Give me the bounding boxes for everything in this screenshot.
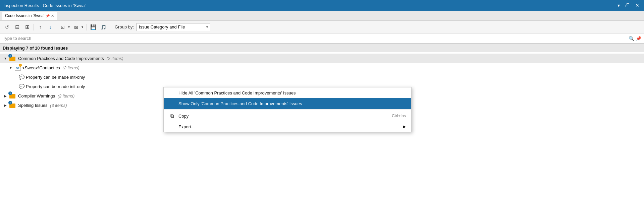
contact-cs-count: (2 items) [61, 65, 79, 70]
copy-icon: ⧉ [169, 113, 175, 119]
minimize-button[interactable]: ▾ [616, 2, 621, 9]
up-button[interactable]: ↑ [36, 23, 45, 31]
badge-number-compiler: i [8, 91, 12, 95]
main-content: Displaying 7 of 10 found issues ▼ i Comm… [0, 44, 644, 201]
issue-2-label: Property can be made init-only [26, 84, 85, 89]
save-button[interactable]: 💾 [89, 23, 98, 31]
comment-icon-2: 💬 [19, 84, 24, 89]
separator-3 [87, 24, 87, 30]
separator-2 [57, 24, 57, 30]
title-bar: Inspection Results - Code Issues in 'Swe… [0, 0, 644, 11]
expand-icon-common[interactable]: ▼ [3, 56, 8, 61]
search-input[interactable] [3, 36, 627, 41]
comment-icon-1: 💬 [19, 74, 24, 80]
export-label: Export... [178, 124, 195, 129]
context-menu-hide-all[interactable]: Hide All 'Common Practices and Code Impr… [164, 87, 411, 98]
settings-button[interactable]: 🎵 [99, 23, 108, 31]
export-group: ⊡ ▾ [59, 23, 71, 31]
copy-shortcut: Ctrl+Ins [392, 114, 406, 118]
badge-number: i [8, 54, 12, 58]
external-button[interactable]: ⊠ [72, 23, 80, 31]
tab-bar: Code Issues in 'Swea' 📌 ✕ [0, 11, 644, 21]
tab-pin-icon[interactable]: 📌 [46, 14, 50, 18]
expand-icon-spelling[interactable]: ▶ [3, 103, 8, 108]
tab-label: Code Issues in 'Swea' [5, 13, 44, 18]
tree-item-issue-1[interactable]: 💬 Property can be made init-only [0, 72, 644, 82]
compiler-warnings-count: (2 items) [56, 93, 74, 98]
folder-warning-icon: i [9, 55, 17, 62]
show-only-label: Show Only 'Common Practices and Code Imp… [178, 101, 302, 106]
cs-file-icon: C# ! [15, 65, 21, 71]
status-bar: Displaying 7 of 10 found issues [0, 44, 644, 52]
tree-item-contact-cs[interactable]: ▼ C# ! <Swea>\Contact.cs (2 items) [0, 63, 644, 72]
close-button[interactable]: ✕ [634, 2, 641, 9]
folder-warning-icon-spelling: i [9, 102, 17, 109]
contact-cs-label: <Swea>\Contact.cs [22, 65, 60, 70]
window-title: Inspection Results - Code Issues in 'Swe… [3, 3, 86, 8]
export-button[interactable]: ⊡ [59, 23, 66, 31]
window-controls: ▾ 🗗 ✕ [616, 2, 641, 9]
group-by-arrow: ▾ [206, 25, 208, 29]
common-practices-count: (2 items) [105, 56, 123, 61]
external-dropdown-button[interactable]: ▾ [80, 23, 85, 31]
inspection-results-window: Inspection Results - Code Issues in 'Swe… [0, 0, 644, 201]
group-by-label: Group by: [115, 24, 134, 29]
common-practices-label: Common Practices and Code Improvements [18, 56, 104, 61]
status-text: Displaying 7 of 10 found issues [3, 46, 68, 51]
group-by-dropdown[interactable]: Issue Category and File ▾ [137, 23, 210, 31]
export-submenu-arrow: ▶ [403, 124, 406, 129]
spelling-issues-label: Spelling Issues [18, 103, 47, 108]
collapse-all-button[interactable]: ⊟ [13, 23, 21, 31]
hide-all-label: Hide All 'Common Practices and Code Impr… [178, 90, 296, 95]
copy-label: Copy [178, 114, 189, 119]
expand-icon-contact[interactable]: ▼ [8, 65, 13, 70]
search-bar: 🔍 📌 [0, 34, 644, 44]
separator-1 [34, 24, 34, 30]
expand-all-button[interactable]: ⊞ [23, 23, 32, 31]
badge-number-spelling: i [8, 101, 12, 105]
external-group: ⊠ ▾ [72, 23, 85, 31]
down-button[interactable]: ↓ [46, 23, 55, 31]
separator-4 [110, 24, 110, 30]
pin-icon[interactable]: 📌 [636, 36, 641, 41]
tab-code-issues[interactable]: Code Issues in 'Swea' 📌 ✕ [2, 12, 57, 20]
compiler-warnings-label: Compiler Warnings [18, 93, 55, 98]
export-dropdown-button[interactable]: ▾ [66, 23, 71, 31]
context-menu-show-only[interactable]: Show Only 'Common Practices and Code Imp… [164, 98, 411, 109]
spelling-issues-count: (3 items) [49, 103, 67, 108]
search-icons: 🔍 📌 [629, 36, 641, 41]
issue-1-label: Property can be made init-only [26, 75, 85, 80]
expand-icon-compiler[interactable]: ▶ [3, 93, 8, 98]
restore-button[interactable]: 🗗 [624, 2, 631, 9]
search-icon[interactable]: 🔍 [629, 36, 634, 41]
group-by-value: Issue Category and File [139, 24, 204, 29]
refresh-button[interactable]: ↺ [3, 23, 11, 31]
context-menu: Hide All 'Common Practices and Code Impr… [163, 87, 412, 132]
tab-close-icon[interactable]: ✕ [51, 14, 54, 18]
context-menu-export[interactable]: Export... ▶ [164, 121, 411, 132]
cs-badge: ! [19, 64, 22, 67]
context-menu-copy[interactable]: ⧉ Copy Ctrl+Ins [164, 111, 411, 121]
toolbar: ↺ ⊟ ⊞ ↑ ↓ ⊡ ▾ ⊠ ▾ 💾 🎵 Group by: Issue Ca… [0, 21, 644, 34]
folder-warning-icon-compiler: i [9, 92, 17, 99]
context-menu-separator-1 [164, 110, 411, 110]
tree-item-common-practices[interactable]: ▼ i Common Practices and Code Improvemen… [0, 54, 644, 63]
